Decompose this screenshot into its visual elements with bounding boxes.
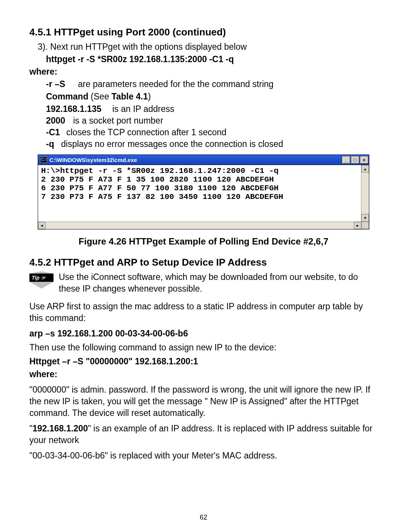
where-mac: "00-03-34-00-06-b6" is replaced with you… — [29, 450, 378, 462]
window-controls: _ □ × — [342, 156, 368, 164]
def-q-val: displays no error messages once the conn… — [61, 139, 283, 149]
def-ip: 192.168.1.135 is an IP address — [46, 104, 378, 114]
def-q: -q displays no error messages once the c… — [46, 139, 378, 149]
horizontal-scroll-track[interactable] — [46, 222, 354, 229]
step-3-text: 3). Next run HTTPget with the options di… — [38, 41, 378, 53]
def-ip-val: is an IP address — [112, 104, 174, 114]
horizontal-scrollbar[interactable]: ◄ ► — [38, 222, 361, 229]
cmd-icon: C:\ — [40, 157, 47, 163]
def-c1-key: -C1 — [46, 127, 66, 138]
scroll-left-button[interactable]: ◄ — [38, 222, 46, 229]
pointing-hand-icon: ☞ — [41, 275, 46, 281]
cmd-title-text: C:\WINDOWS\system32\cmd.exe — [49, 157, 137, 163]
tip-badge: Tip☞ — [29, 271, 54, 295]
cmd-window: C:\ C:\WINDOWS\system32\cmd.exe _ □ × H:… — [38, 154, 369, 229]
param-definitions: -r –S are parameters needed for the the … — [46, 79, 378, 149]
def-port-key: 2000 — [46, 116, 73, 126]
tip-text: Use the iConnect software, which may be … — [59, 271, 378, 295]
def-c1: -C1 closes the TCP connection after 1 se… — [46, 127, 378, 138]
def-c1-val: closes the TCP connection after 1 second — [66, 127, 226, 138]
document-page: 4.5.1 HTTPget using Port 2000 (continued… — [0, 0, 407, 532]
httpget-ip-command: Httpget –r –S "00000000" 192.168.1.200:1 — [29, 356, 378, 367]
def-q-key: -q — [46, 139, 61, 149]
where-label-452: where: — [29, 368, 378, 380]
figure-caption: Figure 4.26 HTTPget Example of Polling E… — [29, 236, 378, 247]
cmd-output: H:\>httpget -r -S *SR00z 192.168.1.247:2… — [38, 165, 361, 222]
section-452-heading: 4.5.2 HTTPget and ARP to Setup Device IP… — [29, 257, 378, 268]
where-ip: "192.168.1.200" is an example of an IP a… — [29, 423, 378, 446]
minimize-button[interactable]: _ — [342, 156, 350, 164]
cmd-titlebar: C:\ C:\WINDOWS\system32\cmd.exe _ □ × — [38, 155, 369, 165]
close-button[interactable]: × — [360, 156, 368, 164]
tip-box: Tip☞ Use the iConnect software, which ma… — [29, 271, 378, 295]
scroll-right-button[interactable]: ► — [354, 222, 361, 229]
where-label-451: where: — [29, 66, 378, 78]
def-ip-key: 192.168.1.135 — [46, 104, 112, 114]
page-number: 62 — [0, 514, 407, 521]
vertical-scrollbar[interactable]: ▲ ▼ — [361, 165, 369, 222]
then-text: Then use the following command to assign… — [29, 342, 378, 353]
where-password: "0000000" is admin. password. If the pas… — [29, 384, 378, 419]
resize-grip[interactable] — [361, 222, 369, 229]
tip-label: Tip☞ — [29, 274, 54, 282]
def-r-s-val: are parameters needed for the the comman… — [73, 79, 274, 89]
httpget-example-cmd: httpget -r -S *SR00z 192.168.1.135:2000 … — [46, 54, 378, 65]
arp-intro: Use ARP first to assign the mac address … — [29, 301, 378, 324]
def-command: Command (See Table 4.1) — [46, 91, 378, 102]
def-port-val: is a socket port number — [73, 116, 163, 126]
def-r-s-key: -r –S — [46, 79, 73, 89]
maximize-button[interactable]: □ — [351, 156, 359, 164]
scroll-up-button[interactable]: ▲ — [361, 165, 369, 173]
def-r-s: -r –S are parameters needed for the the … — [46, 79, 378, 89]
def-port: 2000 is a socket port number — [46, 116, 378, 126]
scroll-down-button[interactable]: ▼ — [361, 214, 369, 222]
vertical-scroll-track[interactable] — [361, 173, 369, 214]
section-451-heading: 4.5.1 HTTPget using Port 2000 (continued… — [29, 26, 378, 38]
arp-command: arp –s 192.168.1.200 00-03-34-00-06-b6 — [29, 328, 378, 339]
